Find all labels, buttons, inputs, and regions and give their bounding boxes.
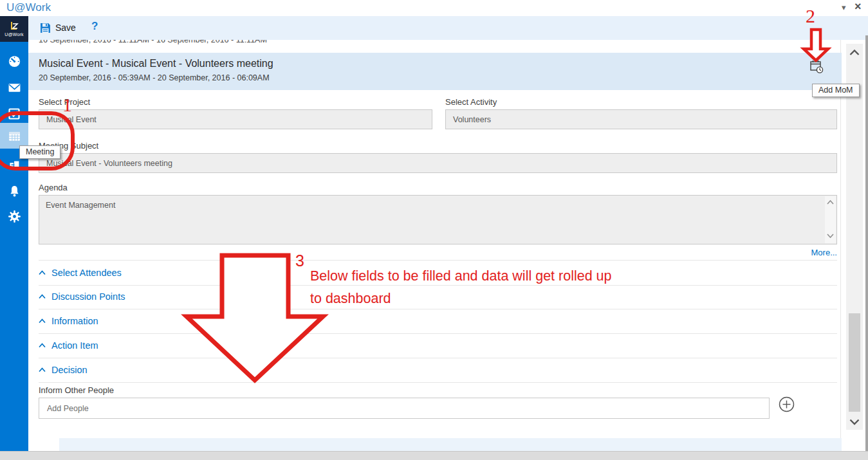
- close-icon[interactable]: ×: [854, 0, 862, 14]
- meeting-datetime: 20 September, 2016 - 05:39AM - 20 Septem…: [39, 73, 270, 82]
- caret-down-icon[interactable]: ▾: [842, 3, 846, 12]
- meeting-subject-field[interactable]: Musical Event - Volunteers meeting: [39, 153, 837, 173]
- add-people-input[interactable]: [39, 398, 770, 419]
- section-label: Discussion Points: [51, 291, 125, 302]
- sidebar-item-mail[interactable]: [0, 75, 28, 100]
- section-label: Decision: [51, 365, 88, 375]
- chevron-up-icon: [39, 270, 46, 275]
- more-link[interactable]: More...: [708, 248, 837, 257]
- scroll-up-button[interactable]: [846, 46, 863, 59]
- annotation-note-line2: to dashboard: [310, 288, 722, 310]
- scroll-down-button[interactable]: [846, 416, 863, 428]
- meeting-title: Musical Event - Musical Event - Voluntee…: [39, 58, 273, 69]
- previous-meeting-row-clipped: 16 September, 2016 - 11:11AM - 16 Septem…: [39, 40, 682, 48]
- section-label: Select Attendees: [51, 268, 122, 278]
- vertical-scrollbar[interactable]: [846, 44, 863, 430]
- scrollbar-thumb[interactable]: [849, 313, 860, 412]
- annotation-step-1: 1: [62, 94, 72, 116]
- app-window: U@Work ▾ × U@Work Save ?: [0, 0, 868, 460]
- help-button[interactable]: ?: [91, 20, 98, 33]
- chevron-up-icon: [39, 318, 46, 324]
- sidebar-item-dashboard[interactable]: [0, 48, 28, 74]
- mail-icon: [8, 82, 21, 94]
- inform-other-people-label: Inform Other People: [39, 385, 114, 395]
- chevron-up-icon: [39, 294, 46, 299]
- logo-glyph-icon: [8, 21, 20, 32]
- chevron-up-icon: [849, 50, 860, 56]
- gear-icon: [8, 210, 21, 223]
- annotation-note-line1: Below fields to be filled and data will …: [310, 265, 722, 288]
- app-title: U@Work: [6, 1, 51, 14]
- app-logo: U@Work: [0, 16, 28, 42]
- section-label: Action Item: [51, 340, 98, 351]
- add-mom-calendar-clock-icon: [809, 59, 825, 75]
- window-right-edge: [865, 35, 868, 451]
- agenda-textarea[interactable]: Event Management: [39, 195, 837, 244]
- annotation-step-2: 2: [806, 5, 815, 27]
- save-floppy-icon: [40, 23, 51, 33]
- annotation-circle: [0, 111, 75, 170]
- add-people-button[interactable]: [779, 396, 795, 412]
- section-decision[interactable]: Decision: [39, 358, 837, 383]
- footer-bar: [59, 438, 842, 451]
- agenda-value: Event Management: [46, 201, 115, 210]
- taskbar-strip: [0, 451, 868, 460]
- toolbar: [0, 16, 868, 40]
- select-project-field[interactable]: Musical Event: [39, 109, 432, 129]
- save-button[interactable]: Save: [40, 20, 76, 35]
- section-action-item[interactable]: Action Item: [39, 333, 837, 358]
- annotation-note: Below fields to be filled and data will …: [310, 265, 722, 310]
- select-activity-field[interactable]: Volunteers: [445, 109, 837, 129]
- chevron-down-icon[interactable]: [827, 234, 834, 238]
- logo-text: U@Work: [5, 32, 24, 37]
- meeting-header: Musical Event - Musical Event - Voluntee…: [28, 53, 842, 90]
- add-mom-tooltip: Add MoM: [812, 84, 860, 97]
- chevron-up-icon[interactable]: [827, 200, 834, 205]
- sidebar-nav: [0, 42, 28, 451]
- sidebar-item-notifications[interactable]: [0, 178, 28, 204]
- select-activity-label: Select Activity: [445, 97, 497, 107]
- add-mom-button[interactable]: [809, 59, 826, 76]
- title-bar: U@Work ▾ ×: [0, 0, 868, 16]
- save-label: Save: [55, 23, 76, 33]
- sidebar-item-settings[interactable]: [0, 203, 28, 229]
- agenda-label: Agenda: [39, 183, 68, 192]
- content-border: [840, 40, 841, 438]
- section-information[interactable]: Information: [39, 309, 837, 334]
- chevron-down-icon: [849, 419, 860, 425]
- annotation-step-3: 3: [295, 252, 304, 270]
- dashboard-gauge-icon: [8, 55, 21, 68]
- agenda-scrollbar[interactable]: [825, 196, 836, 243]
- plus-circle-icon: [779, 396, 795, 412]
- section-label: Information: [51, 316, 98, 326]
- chevron-up-icon: [39, 367, 46, 373]
- chevron-up-icon: [39, 343, 46, 348]
- bell-icon: [8, 185, 21, 198]
